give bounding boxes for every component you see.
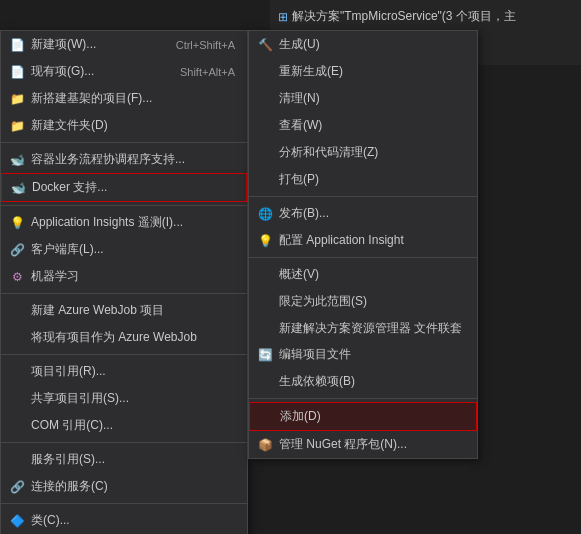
right-separator-3 (249, 398, 477, 399)
new-webjob-menu[interactable]: 新建 Azure WebJob 项目 (1, 297, 247, 324)
new-solution-folder-label: 新建解决方案资源管理器 文件联套 (279, 321, 462, 335)
view-label: 查看(W) (279, 117, 322, 134)
new-item-shortcut: Ctrl+Shift+A (176, 39, 235, 51)
clean-menu[interactable]: 清理(N) (249, 85, 477, 112)
ml-icon: ⚙ (9, 269, 25, 285)
build-label: 生成(U) (279, 36, 320, 53)
edit-project-icon: 🔄 (257, 347, 273, 363)
service-ref-icon (9, 452, 25, 468)
publish-menu[interactable]: 🌐 发布(B)... (249, 200, 477, 227)
container-icon: 🐋 (9, 152, 25, 168)
manage-nuget-label: 管理 NuGet 程序包(N)... (279, 436, 407, 453)
build-deps-label: 生成依赖项(B) (279, 373, 355, 390)
build-icon: 🔨 (257, 37, 273, 53)
docker-label: Docker 支持... (32, 179, 107, 196)
pack-icon (257, 172, 273, 188)
analyze-menu[interactable]: 分析和代码清理(Z) (249, 139, 477, 166)
overview-menu[interactable]: 概述(V) (249, 261, 477, 288)
edit-project-label: 编辑项目文件 (279, 346, 351, 363)
connected-svc-menu[interactable]: 🔗 连接的服务(C) (1, 473, 247, 500)
overview-label: 概述(V) (279, 266, 319, 283)
client-lib-menu[interactable]: 🔗 客户端库(L)... (1, 236, 247, 263)
connected-svc-icon: 🔗 (9, 479, 25, 495)
publish-label: 发布(B)... (279, 205, 329, 222)
scaffold-label: 新搭建基架的项目(F)... (31, 90, 152, 107)
view-icon (257, 118, 273, 134)
pack-menu[interactable]: 打包(P) (249, 166, 477, 193)
client-lib-icon: 🔗 (9, 242, 25, 258)
edit-project-menu[interactable]: 🔄 编辑项目文件 (249, 341, 477, 368)
class-menu[interactable]: 🔷 类(C)... (1, 507, 247, 534)
manage-nuget-icon: 📦 (257, 437, 273, 453)
view-menu[interactable]: 查看(W) (249, 112, 477, 139)
com-ref-label: COM 引用(C)... (31, 417, 113, 434)
app-insights-config-icon: 💡 (257, 233, 273, 249)
rebuild-label: 重新生成(E) (279, 63, 343, 80)
publish-icon: 🌐 (257, 206, 273, 222)
existing-item-menu[interactable]: 📄 现有项(G)... Shift+Alt+A (1, 58, 247, 85)
new-solution-folder-icon (257, 320, 273, 336)
container-menu[interactable]: 🐋 容器业务流程协调程序支持... (1, 146, 247, 173)
overview-icon (257, 267, 273, 283)
solution-label: 解决方案"TmpMicroService"(3 个项目，主 (292, 8, 516, 25)
scope-icon (257, 294, 273, 310)
analyze-icon (257, 145, 273, 161)
app-insights-menu[interactable]: 💡 Application Insights 遥测(I)... (1, 209, 247, 236)
right-separator-1 (249, 196, 477, 197)
solution-item[interactable]: ⊞ 解决方案"TmpMicroService"(3 个项目，主 (278, 6, 573, 27)
build-deps-icon (257, 374, 273, 390)
solution-icon: ⊞ (278, 10, 288, 24)
new-folder-label: 新建文件夹(D) (31, 117, 108, 134)
add-menu[interactable]: 添加(D) (249, 402, 477, 431)
shared-ref-icon (9, 391, 25, 407)
docker-menu[interactable]: 🐋 Docker 支持... (1, 173, 247, 202)
analyze-label: 分析和代码清理(Z) (279, 144, 378, 161)
client-lib-label: 客户端库(L)... (31, 241, 104, 258)
pack-label: 打包(P) (279, 171, 319, 188)
build-menu[interactable]: 🔨 生成(U) (249, 31, 477, 58)
service-ref-menu[interactable]: 服务引用(S)... (1, 446, 247, 473)
separator-4 (1, 354, 247, 355)
build-deps-menu[interactable]: 生成依赖项(B) (249, 368, 477, 395)
new-item-menu[interactable]: 📄 新建项(W)... Ctrl+Shift+A (1, 31, 247, 58)
new-solution-folder-menu[interactable]: 新建解决方案资源管理器 文件联套 (249, 315, 477, 341)
shared-ref-label: 共享项目引用(S)... (31, 390, 129, 407)
add-label: 添加(D) (280, 408, 321, 425)
separator-3 (1, 293, 247, 294)
service-ref-label: 服务引用(S)... (31, 451, 105, 468)
app-insights-label: Application Insights 遥测(I)... (31, 214, 183, 231)
connected-svc-label: 连接的服务(C) (31, 478, 108, 495)
new-item-icon: 📄 (9, 37, 25, 53)
container-label: 容器业务流程协调程序支持... (31, 151, 185, 168)
com-ref-icon (9, 418, 25, 434)
right-separator-2 (249, 257, 477, 258)
ml-menu[interactable]: ⚙ 机器学习 (1, 263, 247, 290)
separator-5 (1, 442, 247, 443)
clean-icon (257, 91, 273, 107)
separator-2 (1, 205, 247, 206)
manage-nuget-menu[interactable]: 📦 管理 NuGet 程序包(N)... (249, 431, 477, 458)
scaffold-icon: 📁 (9, 91, 25, 107)
separator-6 (1, 503, 247, 504)
rebuild-menu[interactable]: 重新生成(E) (249, 58, 477, 85)
shared-ref-menu[interactable]: 共享项目引用(S)... (1, 385, 247, 412)
project-ref-menu[interactable]: 项目引用(R)... (1, 358, 247, 385)
scope-menu[interactable]: 限定为此范围(S) (249, 288, 477, 315)
new-folder-menu[interactable]: 📁 新建文件夹(D) (1, 112, 247, 139)
project-ref-icon (9, 364, 25, 380)
existing-webjob-icon (9, 330, 25, 346)
existing-item-icon: 📄 (9, 64, 25, 80)
app-insights-icon: 💡 (9, 215, 25, 231)
com-ref-menu[interactable]: COM 引用(C)... (1, 412, 247, 439)
existing-item-shortcut: Shift+Alt+A (180, 66, 235, 78)
clean-label: 清理(N) (279, 90, 320, 107)
existing-webjob-menu[interactable]: 将现有项目作为 Azure WebJob (1, 324, 247, 351)
class-icon: 🔷 (9, 513, 25, 529)
scope-label: 限定为此范围(S) (279, 293, 367, 310)
app-insights-config-menu[interactable]: 💡 配置 Application Insight (249, 227, 477, 254)
scaffold-menu[interactable]: 📁 新搭建基架的项目(F)... (1, 85, 247, 112)
rebuild-icon (257, 64, 273, 80)
existing-item-label: 现有项(G)... (31, 63, 94, 80)
class-label: 类(C)... (31, 512, 70, 529)
app-insights-config-label: 配置 Application Insight (279, 232, 404, 249)
